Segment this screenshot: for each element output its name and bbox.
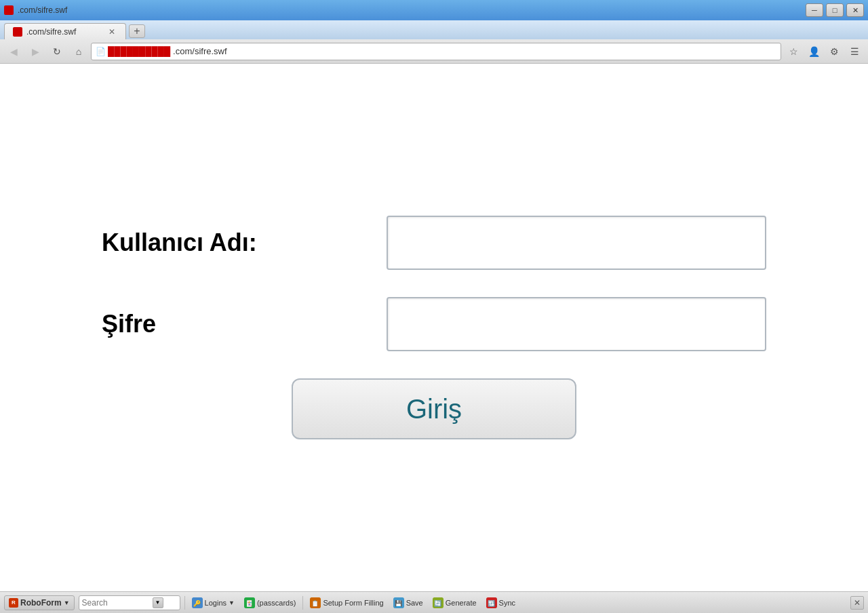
generate-label: Generate (446, 599, 477, 607)
title-bar: .com/sifre.swf ─ □ ✕ (0, 0, 868, 20)
svg-text:🔄: 🔄 (434, 599, 442, 608)
svg-text:🔃: 🔃 (488, 599, 496, 608)
save-label: Save (406, 599, 423, 607)
logins-icon: 🔑 (192, 597, 203, 608)
username-label: Kullanıcı Adı: (102, 229, 387, 257)
bookmark-button[interactable]: ☆ (784, 43, 803, 60)
close-button[interactable]: ✕ (846, 3, 864, 17)
roboform-brand: R RoboForm ▼ (4, 595, 75, 610)
sync-button[interactable]: 🔃 Sync (484, 595, 518, 610)
passcards-icon: 🃏 (244, 597, 255, 608)
svg-text:💾: 💾 (395, 599, 403, 608)
button-row: Giriş (102, 378, 766, 439)
sync-label: Sync (499, 599, 515, 607)
submit-button[interactable]: Giriş (292, 378, 576, 439)
user-button[interactable]: 👤 (804, 43, 823, 60)
password-input[interactable] (387, 297, 766, 351)
svg-text:🃏: 🃏 (245, 599, 254, 608)
refresh-button[interactable]: ↻ (47, 43, 66, 60)
nav-bar: ◀ ▶ ↻ ⌂ 📄 ██████████ .com/sifre.swf ☆ 👤 … (0, 39, 868, 64)
save-button[interactable]: 💾 Save (391, 595, 426, 610)
search-box[interactable]: ▼ (79, 595, 180, 610)
username-input[interactable] (387, 216, 766, 270)
browser-tab[interactable]: .com/sifre.swf ✕ (4, 23, 126, 39)
tab-title: .com/sifre.swf (26, 27, 102, 37)
roboform-label: RoboForm (20, 598, 62, 608)
tab-favicon (4, 5, 14, 15)
address-url-red: ██████████ (108, 46, 170, 56)
search-input[interactable] (82, 598, 150, 608)
svg-text:🔑: 🔑 (193, 599, 201, 608)
separator-2 (302, 596, 303, 610)
password-row: Şifre (102, 297, 766, 351)
address-url-text: .com/sifre.swf (173, 46, 776, 56)
title-bar-text: .com/sifre.swf (18, 5, 67, 15)
setup-label: Setup Form Filling (323, 599, 383, 607)
setup-icon: 📋 (310, 597, 321, 608)
passcards-button[interactable]: 🃏 (passcards) (241, 595, 298, 610)
search-dropdown-button[interactable]: ▼ (153, 597, 163, 608)
generate-button[interactable]: 🔄 Generate (430, 595, 479, 610)
tab-favicon-icon (13, 27, 22, 37)
login-form: Kullanıcı Adı: Şifre Giriş (61, 189, 807, 467)
logins-label: Logins (205, 599, 226, 607)
username-row: Kullanıcı Adı: (102, 216, 766, 270)
address-bar[interactable]: 📄 ██████████ .com/sifre.swf (91, 43, 781, 60)
save-icon: 💾 (393, 597, 404, 608)
new-tab-button[interactable]: + (129, 24, 145, 38)
svg-text:📋: 📋 (311, 599, 319, 608)
home-button[interactable]: ⌂ (69, 43, 88, 60)
password-label: Şifre (102, 310, 387, 338)
forward-button[interactable]: ▶ (26, 43, 45, 60)
content-area: Kullanıcı Adı: Şifre Giriş (0, 64, 868, 591)
back-button[interactable]: ◀ (4, 43, 23, 60)
roboform-dropdown-arrow[interactable]: ▼ (64, 599, 70, 606)
bottom-toolbar: R RoboForm ▼ ▼ 🔑 Logins ▼ 🃏 (passcards) … (0, 591, 868, 613)
separator-1 (184, 596, 185, 610)
generate-icon: 🔄 (433, 597, 443, 608)
window-controls: ─ □ ✕ (806, 3, 864, 17)
setup-form-filling-button[interactable]: 📋 Setup Form Filling (307, 595, 386, 610)
title-bar-left: .com/sifre.swf (4, 5, 802, 15)
toolbar-close-button[interactable]: ✕ (850, 596, 864, 610)
minimize-button[interactable]: ─ (806, 3, 823, 17)
passcards-label: (passcards) (257, 599, 296, 607)
logins-arrow: ▼ (229, 599, 235, 606)
sync-icon: 🔃 (486, 597, 497, 608)
nav-right-buttons: ☆ 👤 ⚙ ☰ (784, 43, 864, 60)
address-page-icon: 📄 (96, 47, 105, 56)
menu-button[interactable]: ☰ (845, 43, 864, 60)
tab-bar: .com/sifre.swf ✕ + (0, 20, 868, 39)
maximize-button[interactable]: □ (826, 3, 844, 17)
tab-close-button[interactable]: ✕ (106, 26, 117, 37)
roboform-icon: R (9, 598, 18, 608)
settings-button[interactable]: ⚙ (825, 43, 844, 60)
logins-button[interactable]: 🔑 Logins ▼ (189, 595, 237, 610)
